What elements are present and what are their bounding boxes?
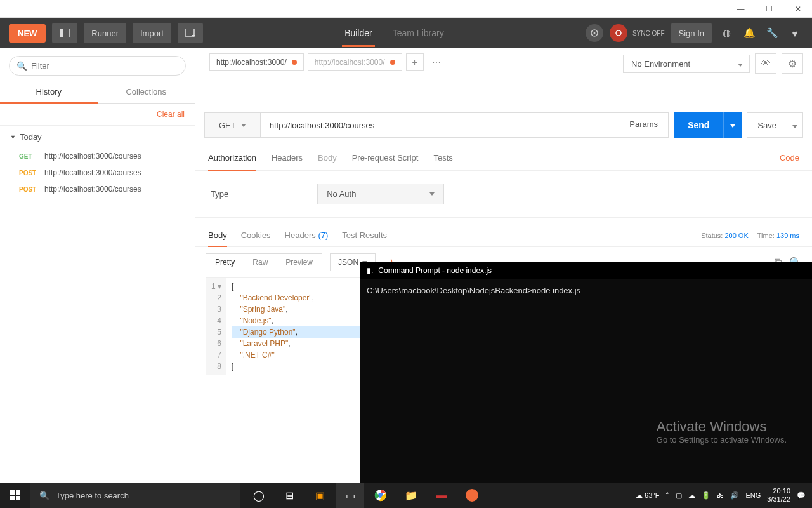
settings-button[interactable]: ⚙ <box>782 53 803 74</box>
svg-rect-1 <box>60 29 63 37</box>
tab-prerequest[interactable]: Pre-request Script <box>352 145 419 170</box>
new-button[interactable]: NEW <box>9 24 46 43</box>
sign-in-button[interactable]: Sign In <box>671 23 712 43</box>
tab-authorization[interactable]: Authorization <box>208 145 256 170</box>
tab-history[interactable]: History <box>0 81 98 103</box>
history-item[interactable]: POST http://localhost:3000/courses <box>0 181 195 197</box>
wrench-icon[interactable]: 🔧 <box>764 27 780 39</box>
resp-tab-body[interactable]: Body <box>208 224 227 246</box>
tray-onedrive-icon[interactable]: ☁ <box>688 491 695 500</box>
bell-icon[interactable]: 🔔 <box>741 27 757 39</box>
add-tab-button[interactable]: + <box>406 53 424 71</box>
response-meta: Status: 200 OK Time: 139 ms <box>701 232 799 239</box>
resp-tab-cookies[interactable]: Cookies <box>241 224 271 246</box>
send-button[interactable]: Send <box>674 112 723 138</box>
toggle-sidebar-button[interactable] <box>52 23 77 43</box>
chevron-down-icon <box>738 64 743 67</box>
tab-tests[interactable]: Tests <box>433 145 452 170</box>
tray-icon[interactable]: ▢ <box>676 491 682 500</box>
tab-team-library[interactable]: Team Library <box>390 19 447 47</box>
taskbar-app-explorer[interactable]: 📁 <box>397 483 425 508</box>
runner-button[interactable]: Runner <box>84 23 126 43</box>
tray-chevron[interactable]: ˄ <box>665 491 669 500</box>
resp-tab-test-results[interactable]: Test Results <box>342 224 387 246</box>
activation-watermark: Activate Windows Go to Settings to activ… <box>657 418 787 444</box>
send-dropdown[interactable] <box>723 112 742 138</box>
pretty-button[interactable]: Pretty <box>206 254 244 271</box>
search-icon: 🔍 <box>16 61 27 71</box>
method-badge: POST <box>19 170 38 177</box>
tab-headers[interactable]: Headers <box>272 145 303 170</box>
tab-collections[interactable]: Collections <box>98 81 195 103</box>
heart-icon[interactable]: ♥ <box>787 28 803 39</box>
task-view-button[interactable]: ◯ <box>245 483 273 508</box>
taskbar-app-postman[interactable] <box>458 483 486 508</box>
panel-icon <box>60 29 70 37</box>
preview-button[interactable]: Preview <box>277 254 322 271</box>
request-tab-1[interactable]: http://localhost:3000/ <box>209 53 304 71</box>
url-input[interactable] <box>261 112 620 138</box>
target-icon <box>590 29 599 37</box>
history-item[interactable]: GET http://localhost:3000/courses <box>0 148 195 164</box>
method-badge: POST <box>19 186 38 193</box>
taskbar-app-sublime[interactable]: ▣ <box>306 483 334 508</box>
quick-look-button[interactable]: 👁 <box>755 53 776 74</box>
weather-widget[interactable]: ☁ 63°F <box>636 491 659 500</box>
tab-builder[interactable]: Builder <box>342 19 375 47</box>
search-icon: 🔍 <box>39 491 49 500</box>
taskbar-clock[interactable]: 20:103/31/22 <box>767 487 790 504</box>
svg-rect-10 <box>16 496 20 500</box>
environment-select[interactable]: No Environment <box>623 55 750 73</box>
raw-button[interactable]: Raw <box>244 254 277 271</box>
tray-network-icon[interactable]: 🖧 <box>717 491 724 499</box>
history-url: http://localhost:3000/courses <box>44 152 141 161</box>
window-maximize[interactable]: ☐ <box>755 0 783 18</box>
unsaved-dot-icon <box>292 60 297 65</box>
globe-icon[interactable]: ◍ <box>718 27 735 39</box>
clear-all-link[interactable]: Clear all <box>0 104 195 126</box>
cmd-icon: ▮. <box>367 266 373 275</box>
start-button[interactable] <box>0 483 30 508</box>
filter-input[interactable] <box>9 56 186 76</box>
app-toolbar: NEW Runner Import + Builder Team Library… <box>0 18 812 48</box>
taskbar-app[interactable]: ▬ <box>428 483 455 508</box>
chevron-down-icon <box>241 124 246 127</box>
svg-rect-8 <box>16 490 20 495</box>
auth-type-select[interactable]: No Auth <box>317 184 444 204</box>
request-tab-2[interactable]: http://localhost:3000/ <box>308 53 402 71</box>
tray-battery-icon[interactable]: 🔋 <box>702 491 710 500</box>
window-titlebar: ― ☐ ✕ <box>0 0 812 18</box>
taskbar-search[interactable]: 🔍 Type here to search <box>30 483 240 508</box>
taskbar-app[interactable]: ⊟ <box>275 483 303 508</box>
window-close[interactable]: ✕ <box>783 0 812 18</box>
import-button[interactable]: Import <box>133 23 171 43</box>
tray-volume-icon[interactable]: 🔊 <box>730 491 739 500</box>
search-placeholder: Type here to search <box>56 491 129 500</box>
history-url: http://localhost:3000/courses <box>44 168 141 177</box>
taskbar-app-chrome[interactable] <box>367 483 395 508</box>
resp-tab-headers[interactable]: Headers (7) <box>285 224 329 246</box>
taskbar-app-terminal[interactable]: ▭ <box>336 483 364 508</box>
sync-status[interactable]: SYNC OFF <box>610 24 665 42</box>
history-group-today[interactable]: ▼Today <box>0 126 195 148</box>
method-select[interactable]: GET <box>204 112 261 138</box>
terminal-titlebar[interactable]: ▮. Command Prompt - node index.js <box>360 262 812 279</box>
save-button[interactable]: Save <box>747 112 787 138</box>
terminal-body[interactable]: C:\Users\macbook\Desktop\NodejsBackend>n… <box>360 279 812 302</box>
windows-taskbar: 🔍 Type here to search ◯ ⊟ ▣ ▭ 📁 ▬ ☁ 63°F… <box>0 483 812 508</box>
notifications-button[interactable]: 💬 <box>797 491 806 500</box>
chevron-down-icon <box>792 125 797 128</box>
sidebar: 🔍 History Collections Clear all ▼Today G… <box>0 48 195 483</box>
save-dropdown[interactable] <box>787 112 803 138</box>
tab-options-button[interactable]: ⋯ <box>428 53 445 71</box>
sync-icon <box>615 29 622 37</box>
history-item[interactable]: POST http://localhost:3000/courses <box>0 164 195 181</box>
window-minimize[interactable]: ― <box>726 0 755 18</box>
new-window-button[interactable]: + <box>178 23 203 43</box>
tab-body[interactable]: Body <box>318 145 337 170</box>
params-button[interactable]: Params <box>619 112 669 138</box>
command-prompt-window[interactable]: ▮. Command Prompt - node index.js C:\Use… <box>360 262 812 483</box>
capture-icon[interactable] <box>586 24 603 42</box>
code-link[interactable]: Code <box>780 145 799 170</box>
tray-language[interactable]: ENG <box>745 491 761 499</box>
